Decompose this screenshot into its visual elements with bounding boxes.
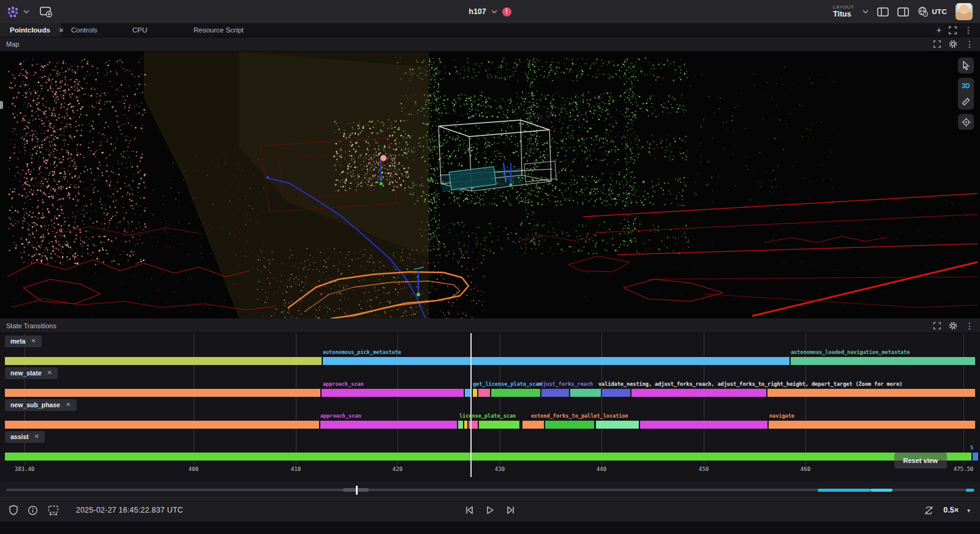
map-3d-view[interactable]: 3D bbox=[0, 51, 980, 318]
tab-strip: Pointclouds✕ControlsCPUResource Script bbox=[0, 23, 937, 37]
expand-icon bbox=[933, 40, 941, 48]
app-menu-chevron[interactable] bbox=[23, 10, 29, 13]
axis-tick-label: 410 bbox=[291, 466, 301, 472]
chevron-down-icon bbox=[862, 10, 869, 13]
scrubber-segment[interactable] bbox=[966, 489, 974, 492]
state-segment[interactable] bbox=[973, 453, 978, 461]
view-mode-group: 3D bbox=[958, 78, 974, 110]
speed-caret[interactable]: ▾ bbox=[967, 507, 970, 514]
timeline-row-new_sub_phase: new_sub_phase✕approach_scanlicense_plate… bbox=[0, 396, 980, 428]
topic-chip-assist[interactable]: assist✕ bbox=[5, 431, 45, 443]
left-sidebar-toggle[interactable] bbox=[877, 7, 889, 17]
seek-backward-button[interactable] bbox=[464, 505, 475, 516]
topic-chip-label: meta bbox=[10, 338, 26, 345]
skip-end-icon bbox=[505, 505, 516, 516]
layout-selector[interactable]: LAYOUT Titus bbox=[833, 5, 854, 19]
state-label: approach_scan bbox=[320, 413, 361, 419]
follow-position-button[interactable] bbox=[958, 114, 974, 130]
cursor-icon bbox=[961, 61, 971, 70]
axis-tick-label: 383.40 bbox=[15, 466, 35, 472]
measure-tool-button[interactable] bbox=[958, 94, 974, 110]
axis-tick-label: 430 bbox=[495, 466, 505, 472]
close-icon[interactable]: ✕ bbox=[47, 370, 52, 376]
left-edge-handle[interactable] bbox=[0, 101, 3, 109]
loop-toggle-button[interactable] bbox=[923, 505, 935, 516]
topic-chip-new_state[interactable]: new_state✕ bbox=[5, 367, 58, 379]
data-source-button[interactable] bbox=[9, 505, 18, 516]
state-label: approach_scan bbox=[323, 381, 364, 387]
add-window-button[interactable] bbox=[39, 6, 53, 18]
right-sidebar-toggle[interactable] bbox=[897, 7, 909, 17]
tabbar-fullscreen-button[interactable] bbox=[949, 26, 957, 34]
close-icon[interactable]: ✕ bbox=[34, 434, 39, 440]
playback-speed[interactable]: 0.5× bbox=[943, 506, 959, 514]
close-icon[interactable]: ✕ bbox=[31, 338, 36, 344]
state-bar-assist[interactable] bbox=[5, 453, 975, 461]
timezone-label: UTC bbox=[932, 8, 947, 15]
map-fullscreen-button[interactable] bbox=[933, 40, 941, 48]
panel-right-icon bbox=[897, 7, 909, 17]
scrubber-playhead[interactable] bbox=[356, 486, 358, 495]
timeline-playhead[interactable] bbox=[470, 333, 472, 477]
current-timestamp[interactable]: 2025-02-27 16:45:22.837 UTC bbox=[76, 506, 183, 514]
state-label: license_plate_scan bbox=[459, 413, 516, 419]
state-body[interactable]: Reset view 383.4040041042043044045046047… bbox=[0, 333, 980, 481]
app-window: h107 ! LAYOUT Titus bbox=[0, 0, 980, 534]
play-icon bbox=[484, 505, 496, 516]
playback-scrubber[interactable] bbox=[0, 481, 980, 497]
state-label: validate_nesting, adjust_forks_reach, ad… bbox=[598, 381, 902, 387]
state-label: extend_forks_to_pallet_location bbox=[531, 413, 628, 419]
map-panel-header[interactable]: Map ⋮ bbox=[0, 37, 980, 51]
tab-bar: Pointclouds✕ControlsCPUResource Script +… bbox=[0, 23, 980, 37]
state-label: get_license_plate_scan bbox=[473, 381, 542, 387]
state-menu-button[interactable]: ⋮ bbox=[965, 322, 974, 330]
map-menu-button[interactable]: ⋮ bbox=[965, 40, 974, 48]
tabbar-menu-button[interactable]: ⋮ bbox=[964, 26, 973, 34]
connection-title[interactable]: h107 bbox=[469, 7, 486, 16]
playback-info-button[interactable] bbox=[28, 505, 38, 516]
scrubber-segment[interactable] bbox=[818, 489, 870, 492]
layout-chevron[interactable] bbox=[862, 10, 869, 13]
state-settings-button[interactable] bbox=[949, 322, 957, 330]
state-panel-title: State Transitions bbox=[6, 322, 56, 329]
seek-range-button[interactable] bbox=[47, 505, 59, 516]
expand-icon bbox=[949, 26, 957, 34]
shield-icon bbox=[9, 505, 18, 516]
tab-cpu[interactable]: CPU bbox=[123, 23, 184, 37]
axis-tick-label: 460 bbox=[801, 466, 810, 472]
map-settings-button[interactable] bbox=[949, 40, 957, 48]
tab-pointclouds[interactable]: Pointclouds✕ bbox=[0, 23, 61, 37]
topic-chip-new_sub_phase[interactable]: new_sub_phase✕ bbox=[5, 399, 77, 411]
view-3d-toggle[interactable]: 3D bbox=[958, 78, 974, 94]
user-avatar[interactable] bbox=[956, 3, 973, 20]
state-panel-header[interactable]: State Transitions ⋮ bbox=[0, 318, 980, 333]
timeline-row-meta: meta✕autonomous_pick_metastateautonomous… bbox=[0, 333, 980, 364]
app-bar: h107 ! LAYOUT Titus bbox=[0, 0, 980, 23]
topic-chip-meta[interactable]: meta✕ bbox=[5, 336, 42, 347]
state-fullscreen-button[interactable] bbox=[933, 322, 941, 329]
axis-tick-label: 450 bbox=[699, 466, 709, 472]
add-tab-button[interactable]: + bbox=[937, 26, 941, 34]
tab-label: Pointclouds bbox=[10, 26, 50, 34]
tab-label: CPU bbox=[132, 26, 147, 34]
play-button[interactable] bbox=[484, 505, 496, 516]
app-logo[interactable] bbox=[6, 5, 20, 18]
selection-tool-button[interactable] bbox=[958, 58, 974, 73]
reset-view-button[interactable]: Reset view bbox=[894, 453, 947, 468]
window-add-icon bbox=[39, 6, 53, 18]
state-label: autonomous_pick_metastate bbox=[323, 349, 401, 355]
state-segment[interactable] bbox=[5, 453, 971, 461]
tab-label: Resource Script bbox=[194, 26, 244, 34]
timezone-control[interactable]: UTC bbox=[918, 6, 947, 17]
tab-controls[interactable]: Controls bbox=[61, 23, 123, 37]
close-icon[interactable]: ✕ bbox=[66, 402, 70, 408]
scrubber-segment[interactable] bbox=[870, 489, 892, 492]
connection-chevron[interactable] bbox=[491, 10, 497, 13]
topic-chip-label: new_state bbox=[10, 370, 42, 377]
seek-forward-button[interactable] bbox=[505, 505, 516, 516]
error-badge[interactable]: ! bbox=[502, 7, 511, 17]
tab-resource-script[interactable]: Resource Script bbox=[184, 23, 245, 37]
scrubber-track[interactable] bbox=[6, 489, 975, 491]
bottom-strip bbox=[0, 522, 980, 534]
3d-label: 3D bbox=[962, 82, 970, 89]
